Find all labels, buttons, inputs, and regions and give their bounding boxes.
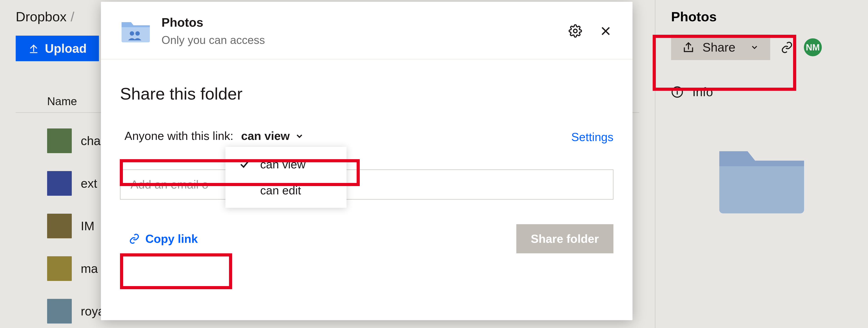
dialog-close-button[interactable]	[598, 23, 614, 39]
permission-row: Anyone with this link: can view Settings	[120, 128, 614, 146]
dialog-access-text: Only you can access	[161, 34, 265, 46]
annotation-highlight	[120, 253, 232, 289]
svg-point-4	[130, 31, 134, 36]
link-settings[interactable]: Settings	[571, 130, 614, 144]
dialog-folder-name: Photos	[161, 15, 265, 30]
annotation-highlight	[653, 35, 796, 91]
dialog-actions: Copy link Share folder	[120, 224, 614, 253]
svg-point-6	[574, 29, 577, 33]
permission-dropdown[interactable]: Anyone with this link: can view	[120, 128, 309, 146]
permission-value: can view	[241, 129, 290, 142]
share-heading: Share this folder	[120, 84, 614, 103]
dialog-title-block: Photos Only you can access	[161, 15, 265, 46]
shared-folder-icon	[120, 18, 151, 44]
dialog-settings-button[interactable]	[567, 23, 583, 39]
copy-link-button[interactable]: Copy link	[120, 228, 207, 250]
share-folder-button[interactable]: Share folder	[516, 224, 614, 253]
svg-point-5	[135, 31, 140, 36]
dialog-body: Share this folder Anyone with this link:…	[101, 59, 632, 253]
dialog-header-actions	[567, 23, 614, 39]
chevron-down-icon	[295, 131, 304, 141]
annotation-highlight	[120, 159, 360, 186]
link-icon	[129, 233, 140, 244]
close-icon	[599, 25, 612, 37]
copy-link-label: Copy link	[145, 232, 198, 245]
gear-icon	[568, 24, 582, 38]
dialog-header: Photos Only you can access	[101, 2, 632, 59]
permission-prefix: Anyone with this link:	[124, 129, 234, 142]
